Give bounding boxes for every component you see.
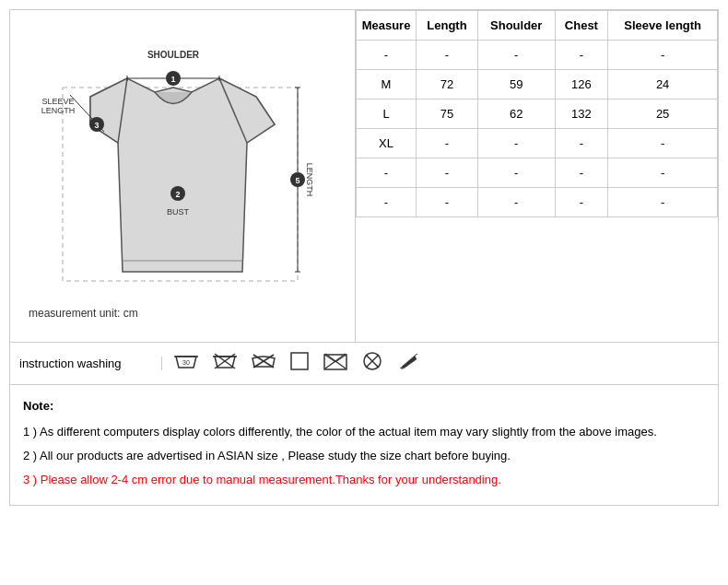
svg-text:30: 30	[182, 359, 190, 366]
washing-section: instruction washing 30	[10, 343, 718, 385]
diagram-section: SHOULDER 1 SLEEVE LENGTH 3	[10, 10, 356, 342]
top-section: SHOULDER 1 SLEEVE LENGTH 3	[10, 10, 718, 343]
svg-line-32	[324, 355, 335, 362]
wash-icon-dry	[289, 351, 310, 376]
wash-icon-no-dryclean	[361, 350, 383, 377]
svg-text:SHOULDER: SHOULDER	[147, 50, 200, 60]
note-line-1: 1 ) As different computers display color…	[23, 422, 705, 442]
measurement-unit: measurement unit: cm	[19, 307, 138, 320]
svg-text:LENGTH: LENGTH	[305, 163, 314, 197]
svg-text:SLEEVE: SLEEVE	[41, 97, 74, 106]
svg-text:BUST: BUST	[167, 207, 190, 216]
table-row: -----	[357, 188, 718, 217]
col-header-sleeve: Sleeve length	[608, 11, 718, 41]
svg-line-39	[415, 354, 417, 356]
svg-rect-30	[291, 353, 308, 369]
svg-text:LENGTH: LENGTH	[41, 106, 76, 115]
col-header-measure: Measure	[357, 11, 417, 41]
col-header-shoulder: Shoulder	[477, 11, 555, 41]
svg-text:1: 1	[170, 75, 175, 84]
svg-text:5: 5	[295, 176, 299, 185]
wash-icon-no-tumble	[323, 351, 348, 376]
table-row: -----	[357, 41, 718, 70]
wash-icon-no-wash	[212, 351, 238, 376]
main-container: SHOULDER 1 SLEEVE LENGTH 3	[9, 9, 719, 506]
note-title: Note:	[23, 396, 705, 416]
note-line-3: 3 ) Please allow 2-4 cm error due to man…	[23, 470, 705, 490]
svg-text:3: 3	[94, 121, 99, 130]
size-table: Measure Length Shoulder Chest Sleeve len…	[356, 10, 718, 217]
tshirt-diagram: SHOULDER 1 SLEEVE LENGTH 3	[35, 32, 330, 299]
note-line-2: 2 ) All our products are advertised in A…	[23, 446, 705, 466]
svg-text:2: 2	[175, 190, 180, 199]
svg-line-33	[335, 355, 346, 362]
washing-icons: 30	[173, 350, 420, 377]
washing-label: instruction washing	[19, 357, 162, 370]
col-header-length: Length	[417, 11, 478, 41]
wash-icon-basin: 30	[173, 351, 199, 376]
wash-icon-iron	[396, 350, 420, 377]
table-header-row: Measure Length Shoulder Chest Sleeve len…	[357, 11, 718, 41]
table-row: -----	[357, 158, 718, 188]
notes-section: Note: 1 ) As different computers display…	[10, 385, 718, 505]
table-row: XL----	[357, 129, 718, 158]
table-row: M725912624	[357, 70, 718, 99]
wash-icon-no-iron	[251, 351, 276, 376]
size-table-section: Measure Length Shoulder Chest Sleeve len…	[356, 10, 718, 342]
table-row: L756213225	[357, 99, 718, 129]
col-header-chest: Chest	[555, 11, 608, 41]
